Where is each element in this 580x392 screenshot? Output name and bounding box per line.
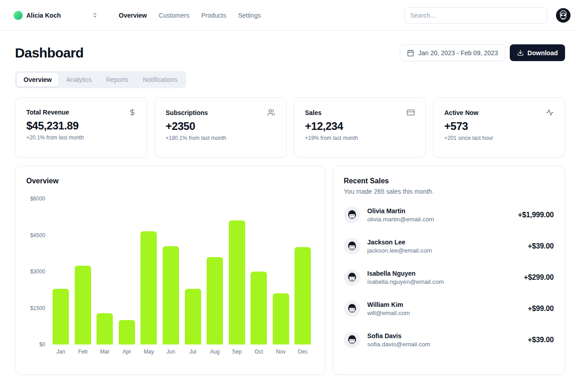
user-avatar — [556, 8, 571, 23]
bar-column: Aug — [204, 199, 226, 355]
recent-sales-list: Olivia Martin olivia.martin@email.com +$… — [344, 207, 554, 348]
bar-column: Dec — [292, 199, 314, 355]
stat-card-total-revenue: Total Revenue $45,231.89 +20.1% from las… — [15, 97, 147, 158]
bar-area — [248, 199, 270, 344]
x-tick-label: Jun — [166, 349, 175, 355]
user-menu-button[interactable] — [556, 8, 571, 23]
bar — [163, 246, 179, 344]
y-tick-label: $3000 — [30, 268, 45, 275]
download-button[interactable]: Download — [510, 44, 565, 61]
bar-column: Nov — [270, 199, 292, 355]
customer-name: William Kim — [367, 301, 410, 308]
customer-email: isabella.nguyen@email.com — [367, 278, 444, 285]
customer-email: sofia.davis@email.com — [367, 341, 430, 348]
stat-title: Total Revenue — [26, 109, 69, 116]
dollar-icon — [129, 109, 136, 116]
sale-row: Olivia Martin olivia.martin@email.com +$… — [344, 207, 554, 223]
stat-change: +201 since last hour — [445, 135, 554, 141]
recent-sales-card: Recent Sales You made 265 sales this mon… — [333, 166, 565, 375]
customer-name: Olivia Martin — [367, 207, 434, 215]
x-tick-label: Feb — [78, 349, 87, 355]
team-switcher[interactable]: Alicia Koch — [14, 11, 98, 20]
bar-column: Oct — [248, 199, 270, 355]
stat-change: +20.1% from last month — [26, 134, 136, 141]
stat-change: +19% from last month — [305, 135, 415, 141]
x-tick-label: Aug — [210, 349, 219, 355]
nav-item-settings[interactable]: Settings — [238, 12, 261, 19]
bar-column: Mar — [94, 199, 116, 355]
stats-row: Total Revenue $45,231.89 +20.1% from las… — [15, 97, 565, 158]
tab-overview[interactable]: Overview — [17, 73, 58, 86]
dashboard-tabs: Overview Analytics Reports Notifications — [15, 71, 186, 88]
customer-name: Jackson Lee — [367, 239, 432, 246]
bar-area — [160, 199, 182, 344]
main-nav: Overview Customers Products Settings — [119, 12, 261, 19]
bar-plot: JanFebMarAprMayJunJulAugSepOctNovDec — [50, 199, 314, 355]
sale-amount: +$39.00 — [528, 336, 554, 344]
bar — [97, 313, 113, 344]
customer-avatar — [344, 301, 360, 317]
calendar-icon — [407, 49, 414, 57]
y-tick-label: $1500 — [30, 305, 45, 311]
download-icon — [517, 49, 524, 56]
nav-item-customers[interactable]: Customers — [159, 12, 189, 19]
stat-value: +573 — [445, 120, 554, 133]
sale-row: Sofia Davis sofia.davis@email.com +$39.0… — [344, 332, 554, 348]
bar-area — [116, 199, 138, 344]
stat-value: +12,234 — [305, 120, 415, 133]
bar-chart: $6000$4500$3000$1500$0 JanFebMarAprMayJu… — [26, 199, 314, 355]
tab-analytics[interactable]: Analytics — [59, 73, 98, 86]
bar — [75, 266, 91, 344]
bar — [53, 289, 69, 344]
bar-area — [72, 199, 94, 344]
stat-card-active-now: Active Now +573 +201 since last hour — [433, 97, 566, 158]
x-tick-label: Jul — [189, 349, 196, 355]
nav-item-overview[interactable]: Overview — [119, 12, 147, 19]
tab-reports[interactable]: Reports — [99, 73, 135, 86]
bar-area — [50, 199, 72, 344]
x-tick-label: Mar — [100, 349, 110, 355]
stat-card-subscriptions: Subscriptions +2350 +180.1% from last mo… — [155, 97, 287, 158]
bar-area — [270, 199, 292, 344]
bar-column: Feb — [72, 199, 94, 355]
recent-sales-title: Recent Sales — [344, 177, 554, 185]
bar — [251, 272, 267, 344]
bar-area — [94, 199, 116, 344]
page-title: Dashboard — [15, 45, 83, 61]
date-range-picker[interactable]: Jan 20, 2023 - Feb 09, 2023 — [400, 44, 505, 61]
bar-area — [226, 199, 248, 344]
bar — [273, 293, 289, 344]
stat-change: +180.1% from last month — [166, 135, 276, 141]
sale-row: Isabella Nguyen isabella.nguyen@email.co… — [344, 269, 554, 286]
sale-amount: +$1,999.00 — [518, 211, 554, 219]
x-tick-label: Nov — [276, 349, 285, 355]
caret-sort-icon — [92, 12, 98, 18]
sale-amount: +$39.00 — [528, 242, 554, 250]
overview-chart-card: Overview $6000$4500$3000$1500$0 JanFebMa… — [15, 166, 325, 375]
customer-email: jackson.lee@email.com — [367, 247, 432, 254]
x-tick-label: Apr — [123, 349, 131, 355]
top-navigation: Alicia Koch Overview Customers Products … — [0, 0, 580, 31]
bar-column: Apr — [116, 199, 138, 355]
bar — [185, 289, 201, 344]
download-label: Download — [527, 49, 558, 57]
bar-column: Sep — [226, 199, 248, 355]
y-tick-label: $6000 — [30, 196, 45, 202]
customer-email: olivia.martin@email.com — [367, 216, 434, 223]
customer-avatar — [344, 238, 360, 254]
nav-item-products[interactable]: Products — [201, 12, 226, 19]
activity-icon — [546, 109, 554, 116]
bar-area — [182, 199, 204, 344]
customer-email: will@email.com — [367, 310, 410, 316]
bar — [140, 231, 157, 344]
bar-area — [204, 199, 226, 344]
bar — [229, 220, 245, 344]
tab-notifications[interactable]: Notifications — [136, 73, 184, 86]
stat-value: +2350 — [166, 120, 276, 133]
users-icon — [267, 109, 275, 116]
stat-title: Subscriptions — [166, 109, 208, 116]
customer-name: Sofia Davis — [367, 332, 430, 339]
y-tick-label: $4500 — [30, 232, 45, 239]
search-input[interactable] — [404, 7, 547, 24]
y-tick-label: $0 — [39, 341, 45, 348]
